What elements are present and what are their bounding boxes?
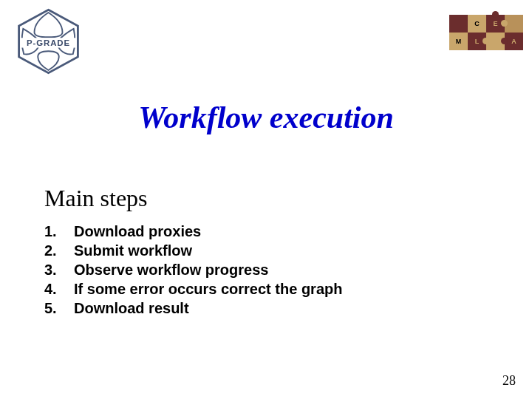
list-item: 3. Observe workflow progress: [44, 262, 488, 279]
list-number: 5.: [44, 300, 74, 317]
list-item: 2. Submit workflow: [44, 242, 488, 259]
puzzle-piece: M: [449, 33, 468, 50]
header: P-GRADE C E M L A: [0, 0, 532, 81]
list-text: Submit workflow: [74, 242, 192, 259]
puzzle-letter: A: [511, 38, 516, 45]
pgrade-logo-svg: P-GRADE: [13, 7, 83, 75]
list-item: 1. Download proxies: [44, 223, 488, 240]
list-number: 2.: [44, 242, 74, 259]
page-number: 28: [502, 373, 516, 389]
list-text: If some error occurs correct the graph: [74, 281, 342, 298]
puzzle-letter: M: [456, 38, 462, 45]
list-number: 4.: [44, 281, 74, 298]
puzzle-letter: E: [493, 20, 497, 27]
slide-subtitle: Main steps: [44, 185, 148, 212]
slide: P-GRADE C E M L A Workflow execution Mai…: [0, 0, 532, 399]
puzzle-logo: C E M L A: [449, 15, 523, 52]
puzzle-piece: [449, 15, 468, 33]
list-item: 4. If some error occurs correct the grap…: [44, 281, 488, 298]
puzzle-piece: [505, 15, 523, 33]
puzzle-letter: L: [475, 38, 480, 45]
puzzle-piece: A: [505, 33, 523, 50]
slide-title: Workflow execution: [0, 100, 532, 135]
puzzle-piece: C: [468, 15, 486, 33]
pgrade-logo-text: P-GRADE: [27, 38, 70, 47]
puzzle-letter: C: [474, 20, 480, 27]
pgrade-logo: P-GRADE: [13, 7, 83, 75]
list-number: 1.: [44, 223, 74, 240]
list-text: Observe workflow progress: [74, 262, 268, 279]
list-item: 5. Download result: [44, 300, 488, 317]
list-number: 3.: [44, 262, 74, 279]
steps-list: 1. Download proxies 2. Submit workflow 3…: [44, 223, 488, 319]
list-text: Download result: [74, 300, 189, 317]
list-text: Download proxies: [74, 223, 201, 240]
